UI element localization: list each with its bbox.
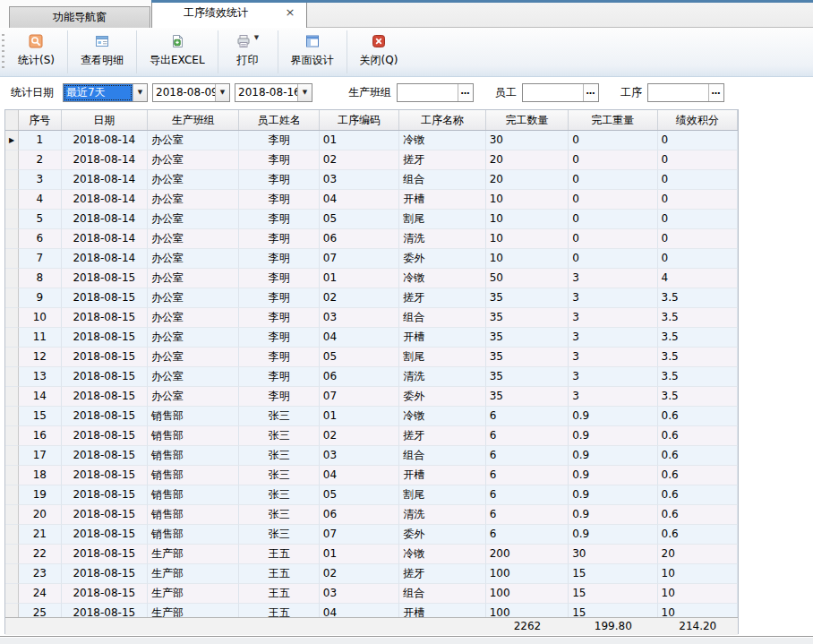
table-cell[interactable]: 张三 [239, 446, 319, 466]
row-selector[interactable] [5, 367, 19, 387]
column-header[interactable]: 生产班组 [148, 110, 239, 130]
table-cell[interactable]: 20 [486, 170, 569, 190]
table-cell[interactable]: 销售部 [148, 466, 239, 485]
table-cell[interactable]: 03 [320, 584, 399, 604]
table-cell[interactable]: 0.6 [658, 485, 738, 505]
table-cell[interactable]: 办公室 [148, 131, 239, 150]
table-cell[interactable]: 冷镦 [399, 545, 485, 564]
table-cell[interactable]: 2018-08-15 [62, 328, 148, 348]
tab-process-performance[interactable]: 工序绩效统计 × [151, 0, 307, 28]
table-cell[interactable]: 张三 [239, 525, 319, 545]
table-cell[interactable]: 0 [569, 190, 657, 210]
table-row[interactable]: 42018-08-14办公室李明04开槽1000 [5, 190, 738, 210]
table-cell[interactable]: 19 [19, 485, 62, 505]
table-cell[interactable]: 3 [569, 348, 657, 367]
table-cell[interactable]: 2018-08-15 [62, 367, 148, 387]
tab-nav-window[interactable]: 功能导航窗 [9, 6, 150, 28]
row-selector[interactable]: ▶ [5, 131, 19, 150]
column-header[interactable]: 工序名称 [399, 110, 485, 130]
table-cell[interactable]: 25 [19, 604, 62, 617]
chevron-down-icon[interactable]: ▼ [133, 84, 147, 101]
column-header[interactable]: 工序编码 [320, 110, 399, 130]
table-cell[interactable]: 2018-08-15 [62, 584, 148, 604]
table-cell[interactable]: 0 [658, 190, 738, 210]
table-cell[interactable]: 10 [486, 229, 569, 249]
table-cell[interactable]: 21 [19, 525, 62, 545]
table-cell[interactable]: 6 [486, 446, 569, 466]
table-cell[interactable]: 生产部 [148, 604, 239, 617]
table-cell[interactable]: 生产部 [148, 584, 239, 604]
date-to-combo[interactable]: 2018-08-16 ▼ [235, 83, 312, 102]
table-cell[interactable]: 委外 [399, 525, 485, 545]
table-cell[interactable]: 15 [19, 407, 62, 426]
table-cell[interactable]: 李明 [239, 229, 319, 249]
table-cell[interactable]: 办公室 [148, 348, 239, 367]
table-cell[interactable]: 50 [486, 269, 569, 288]
table-cell[interactable]: 销售部 [148, 426, 239, 446]
table-cell[interactable]: 销售部 [148, 446, 239, 466]
column-header[interactable]: 员工姓名 [239, 110, 319, 130]
table-cell[interactable]: 30 [569, 545, 657, 564]
table-cell[interactable]: 10 [486, 249, 569, 269]
table-cell[interactable]: 3 [569, 367, 657, 387]
table-row[interactable]: 242018-08-15生产部王五03组合1001510 [5, 584, 738, 604]
table-cell[interactable]: 1 [19, 131, 62, 150]
table-cell[interactable]: 23 [19, 564, 62, 584]
table-row[interactable]: 162018-08-15销售部张三02搓牙60.90.6 [5, 426, 738, 446]
row-selector[interactable] [5, 210, 19, 229]
ellipsis-button[interactable]: … [458, 84, 473, 101]
table-cell[interactable]: 办公室 [148, 150, 239, 170]
table-cell[interactable]: 02 [320, 564, 399, 584]
table-cell[interactable]: 3 [569, 308, 657, 328]
table-row[interactable]: 122018-08-15办公室李明05割尾3533.5 [5, 348, 738, 367]
table-cell[interactable]: 03 [320, 170, 399, 190]
table-cell[interactable]: 15 [569, 564, 657, 584]
table-cell[interactable]: 10 [658, 564, 738, 584]
table-cell[interactable]: 张三 [239, 426, 319, 446]
table-cell[interactable]: 3 [569, 288, 657, 308]
chevron-down-icon[interactable]: ▼ [215, 84, 229, 101]
table-cell[interactable]: 35 [486, 348, 569, 367]
table-cell[interactable]: 销售部 [148, 407, 239, 426]
table-cell[interactable]: 2018-08-15 [62, 288, 148, 308]
table-cell[interactable]: 李明 [239, 210, 319, 229]
row-selector[interactable] [5, 170, 19, 190]
table-cell[interactable]: 14 [19, 387, 62, 407]
table-cell[interactable]: 6 [486, 466, 569, 485]
table-cell[interactable]: 9 [19, 288, 62, 308]
table-row[interactable]: 182018-08-15销售部张三04开槽60.90.6 [5, 466, 738, 485]
table-cell[interactable]: 2018-08-14 [62, 229, 148, 249]
table-cell[interactable]: 04 [320, 328, 399, 348]
table-cell[interactable]: 22 [19, 545, 62, 564]
table-cell[interactable]: 2018-08-14 [62, 210, 148, 229]
table-cell[interactable]: 0.9 [569, 446, 657, 466]
row-selector[interactable] [5, 328, 19, 348]
table-cell[interactable]: 06 [320, 367, 399, 387]
table-cell[interactable]: 王五 [239, 604, 319, 617]
table-cell[interactable]: 04 [320, 604, 399, 617]
column-header[interactable]: 完工数量 [486, 110, 569, 130]
table-cell[interactable]: 6 [486, 485, 569, 505]
table-cell[interactable]: 0 [658, 170, 738, 190]
table-cell[interactable]: 开槽 [399, 466, 485, 485]
table-cell[interactable]: 2018-08-14 [62, 131, 148, 150]
table-cell[interactable]: 0 [569, 249, 657, 269]
table-cell[interactable]: 搓牙 [399, 564, 485, 584]
row-selector[interactable] [5, 545, 19, 564]
table-cell[interactable]: 2018-08-14 [62, 170, 148, 190]
table-cell[interactable]: 办公室 [148, 269, 239, 288]
table-cell[interactable]: 李明 [239, 288, 319, 308]
table-cell[interactable]: 王五 [239, 584, 319, 604]
table-cell[interactable]: 李明 [239, 308, 319, 328]
table-cell[interactable]: 销售部 [148, 485, 239, 505]
table-row[interactable]: 82018-08-15办公室李明01冷镦5034 [5, 269, 738, 288]
table-cell[interactable]: 0 [569, 170, 657, 190]
ui-design-button[interactable]: 界面设计 [280, 28, 345, 76]
table-cell[interactable]: 8 [19, 269, 62, 288]
ellipsis-button[interactable]: … [708, 84, 723, 101]
table-cell[interactable]: 开槽 [399, 604, 485, 617]
table-cell[interactable]: 李明 [239, 387, 319, 407]
chevron-down-icon[interactable]: ▼ [297, 84, 312, 101]
table-cell[interactable]: 办公室 [148, 308, 239, 328]
table-cell[interactable]: 01 [320, 407, 399, 426]
